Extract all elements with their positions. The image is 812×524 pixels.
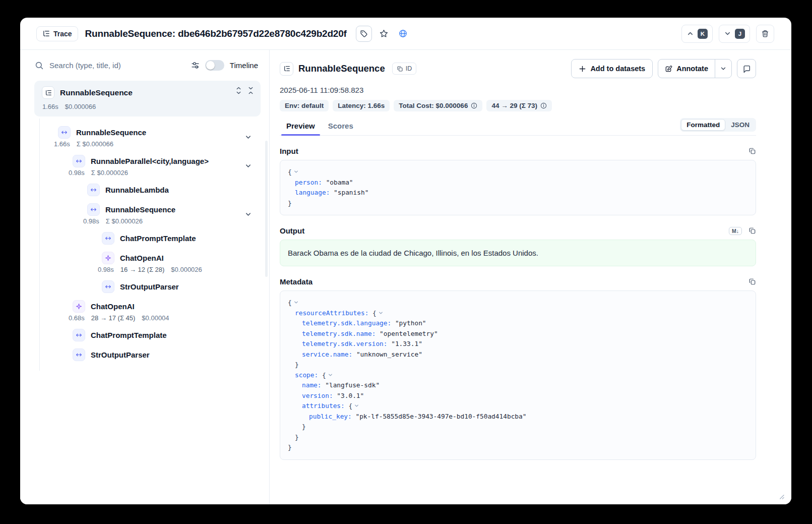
span-icon	[73, 348, 85, 361]
collapse-json-icon[interactable]	[378, 310, 384, 316]
copy-id-button[interactable]: ID	[392, 63, 417, 75]
format-toggle-json[interactable]: JSON	[725, 119, 755, 131]
copy-input-button[interactable]	[748, 147, 756, 155]
search-input[interactable]	[49, 61, 185, 70]
tree-node-chatopenai[interactable]: ChatOpenAI0.98s16 → 12 (Σ 28)$0.000026	[20, 248, 269, 277]
next-observation-button[interactable]: J	[719, 25, 750, 43]
trash-icon	[761, 30, 769, 38]
collapse-json-icon[interactable]	[328, 372, 333, 378]
expand-all-icon[interactable]	[235, 87, 242, 94]
trace-title: RunnableSequence: dbe646b2b67957d22e8780…	[85, 28, 347, 39]
collapse-json-icon[interactable]	[293, 300, 299, 305]
delete-trace-button[interactable]	[756, 25, 774, 43]
span-icon	[73, 155, 85, 167]
tree-node-runnablelambda[interactable]: RunnableLambda	[20, 180, 269, 200]
chevron-down-icon[interactable]	[244, 162, 252, 169]
tree-node-stroutputparser[interactable]: StrOutputParser	[20, 277, 269, 297]
page-title: RunnableSequence	[298, 63, 385, 74]
view-settings-icon[interactable]	[191, 61, 200, 70]
generation-icon	[102, 252, 114, 264]
star-icon	[380, 29, 388, 38]
id-chip-label: ID	[406, 65, 412, 72]
trace-tree-sidebar: Timeline RunnableSequence 1.66s $0.00006…	[20, 50, 270, 504]
globe-icon	[399, 29, 407, 38]
tree-node-metrics: 0.98s16 → 12 (Σ 28)$0.000026	[98, 266, 269, 273]
tree-node-metrics: 0.98sΣ $0.000026	[83, 217, 269, 225]
metadata-section-title: Metadata	[280, 277, 313, 286]
token-usage-badge[interactable]: 44 → 29 (Σ 73)	[486, 100, 552, 111]
info-icon	[471, 102, 477, 109]
latency-badge: Latency: 1.66s	[333, 100, 390, 111]
tree-node-label: RunnableSequence	[76, 128, 146, 137]
input-section: Input {person: "obama"language: "spanish…	[280, 147, 756, 215]
annotate-button[interactable]: Annotate	[658, 60, 715, 78]
public-share-button[interactable]	[396, 27, 410, 41]
tree-node-runnablesequence[interactable]: RunnableSequence1.66sΣ $0.000066	[20, 123, 269, 151]
chevron-down-icon[interactable]	[244, 133, 252, 141]
comments-button[interactable]	[737, 59, 756, 78]
prev-observation-button[interactable]: K	[681, 25, 713, 43]
format-toggle: Formatted JSON	[680, 118, 756, 132]
collapse-all-icon[interactable]	[247, 87, 255, 94]
tree-node-label: StrOutputParser	[120, 282, 179, 291]
info-icon	[540, 102, 547, 109]
trace-tree-icon	[42, 30, 50, 37]
tree-node-runnablesequence[interactable]: RunnableSequence0.98sΣ $0.000026	[20, 200, 269, 228]
timeline-label: Timeline	[230, 61, 258, 70]
badges-row: Env: default Latency: 1.66s Total Cost: …	[280, 100, 756, 111]
chevron-down-icon	[720, 65, 727, 72]
tag-icon	[360, 30, 368, 38]
observation-timestamp: 2025-06-11 11:09:58.823	[280, 86, 756, 94]
tree-node-metrics: 1.66sΣ $0.000066	[54, 140, 269, 148]
tree-node-metrics: 0.68s28 → 17 (Σ 45)$0.00004	[69, 314, 269, 322]
copy-output-button[interactable]	[748, 227, 756, 235]
chevron-down-icon[interactable]	[244, 210, 252, 218]
root-cost: $0.000066	[65, 103, 96, 110]
span-icon	[87, 184, 100, 196]
tree-node-stroutputparser[interactable]: StrOutputParser	[20, 345, 269, 365]
env-badge: Env: default	[280, 100, 329, 111]
tree-node-chatopenai[interactable]: ChatOpenAI0.68s28 → 17 (Σ 45)$0.00004	[20, 297, 269, 325]
span-icon	[58, 126, 71, 139]
span-icon	[73, 329, 85, 341]
span-icon	[87, 203, 100, 216]
collapse-json-icon[interactable]	[293, 169, 299, 174]
annotate-dropdown-button[interactable]	[715, 60, 731, 78]
tree-node-chatprompttemplate[interactable]: ChatPromptTemplate	[20, 228, 269, 248]
trace-type-badge: Trace	[36, 26, 78, 41]
tree-node-label: RunnableParallel<city,language>	[91, 157, 209, 165]
tree-node-runnableparallel-city-language-[interactable]: RunnableParallel<city,language>0.98sΣ $0…	[20, 151, 269, 180]
observation-type-icon	[280, 62, 293, 76]
format-toggle-formatted[interactable]: Formatted	[681, 119, 725, 131]
tag-button[interactable]	[356, 26, 372, 42]
total-cost-badge[interactable]: Total Cost: $0.000066	[394, 100, 482, 111]
tree-node-label: ChatPromptTemplate	[120, 234, 196, 243]
tree-node-label: RunnableSequence	[105, 205, 175, 214]
tree-root-node[interactable]: RunnableSequence 1.66s $0.000066	[34, 81, 261, 117]
markdown-toggle-button[interactable]: M↓	[729, 227, 742, 235]
tree-node-label: ChatPromptTemplate	[91, 331, 167, 339]
span-icon	[102, 232, 114, 245]
tab-scores[interactable]: Scores	[322, 118, 360, 135]
trace-tree-icon	[42, 86, 54, 99]
output-text: Barack Obama es de la ciudad de Chicago,…	[280, 240, 756, 266]
keycap-j: J	[735, 29, 745, 39]
tab-preview[interactable]: Preview	[280, 118, 322, 135]
tree-node-label: RunnableLambda	[105, 186, 169, 194]
keycap-k: K	[698, 29, 708, 39]
pencil-icon	[665, 65, 672, 73]
trace-window: Trace RunnableSequence: dbe646b2b67957d2…	[20, 18, 791, 504]
plus-icon	[579, 65, 586, 73]
sidebar-scrollbar[interactable]	[265, 141, 268, 277]
collapse-json-icon[interactable]	[354, 403, 359, 409]
generation-icon	[73, 300, 85, 313]
input-section-title: Input	[280, 147, 298, 155]
tree-node-chatprompttemplate[interactable]: ChatPromptTemplate	[20, 325, 269, 345]
add-to-datasets-button[interactable]: Add to datasets	[571, 59, 653, 78]
bookmark-button[interactable]	[377, 27, 391, 41]
timeline-toggle[interactable]	[205, 60, 224, 71]
root-node-label: RunnableSequence	[60, 88, 133, 97]
copy-metadata-button[interactable]	[748, 278, 756, 285]
resize-handle-icon[interactable]	[777, 492, 785, 500]
tree-node-label: ChatOpenAI	[120, 254, 164, 262]
